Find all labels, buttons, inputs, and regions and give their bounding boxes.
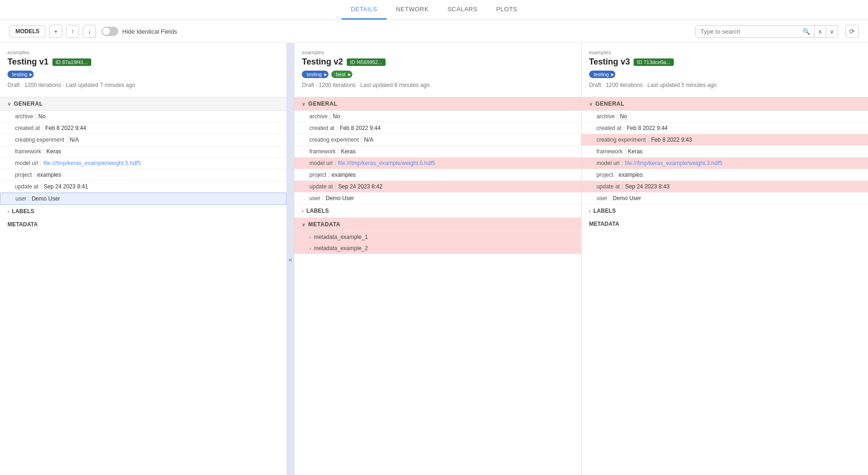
field-val-v2-2: N/A	[364, 137, 373, 143]
field-row-v2-1: created at : Feb 8 2022 9:44	[294, 122, 581, 134]
hide-identical-toggle-wrap: Hide Identical Fields	[102, 27, 177, 36]
labels-header-v3[interactable]: › LABELS	[582, 204, 868, 217]
field-row-v1-0: archive : No	[0, 111, 286, 122]
model-column-v3: examplesTesting v3ID 713dce0a...testingD…	[582, 43, 868, 475]
labels-chevron-v1: ›	[7, 209, 9, 214]
field-sep-v2-2: :	[361, 137, 362, 143]
toolbar: MODELS + ↑ ↓ Hide Identical Fields 🔍 ∧ ∨…	[0, 20, 868, 43]
general-header-v2[interactable]: ∨ GENERAL	[294, 97, 581, 111]
search-next-button[interactable]: ∨	[826, 26, 838, 37]
main-content: examplesTesting v1ID 87a19f41...testingD…	[0, 43, 868, 475]
field-key-v2-4: model url	[309, 160, 332, 166]
metadata-item-v2-1[interactable]: › metadata_example_2	[294, 243, 581, 254]
field-val-v3-4[interactable]: file:///tmp/keras_example/weight.3.hdf5	[625, 160, 722, 166]
field-val-v3-7: Demo User	[613, 195, 641, 202]
field-key-v3-7: user	[597, 195, 607, 202]
field-key-v1-2: creating experiment	[15, 137, 64, 143]
col-project-v1: examples	[7, 50, 279, 55]
field-key-v3-4: model url	[597, 160, 620, 166]
metadata-item-v2-0[interactable]: › metadata_example_1	[294, 231, 581, 243]
search-wrap: 🔍 ∧ ∨	[695, 25, 838, 38]
search-input[interactable]	[696, 26, 799, 37]
field-val-v2-6: Sep 24 2023 8:42	[338, 183, 383, 190]
field-sep-v3-6: :	[622, 183, 623, 190]
models-button[interactable]: MODELS	[9, 25, 45, 37]
general-label-v3: GENERAL	[595, 101, 624, 107]
hide-identical-toggle[interactable]	[102, 27, 118, 36]
general-label-v2: GENERAL	[308, 101, 337, 107]
metadata-chevron-v2: ∨	[302, 222, 306, 227]
tag-testing-v2[interactable]: testing	[302, 71, 328, 78]
id-badge-v3: ID 713dce0a...	[634, 58, 674, 66]
field-sep-v2-5: :	[328, 172, 329, 178]
labels-section-v2: › LABELS	[294, 204, 581, 217]
tab-plots[interactable]: PLOTS	[487, 0, 526, 20]
field-sep-v1-3: :	[43, 148, 44, 155]
field-val-v3-5: examples	[619, 172, 642, 178]
field-val-v1-0: No	[38, 113, 45, 120]
search-prev-button[interactable]: ∧	[814, 26, 826, 37]
field-val-v1-6: Sep 24 2023 8:41	[44, 183, 88, 190]
field-sep-v3-3: :	[625, 148, 626, 155]
metadata-label-v1[interactable]: METADATA	[0, 218, 286, 231]
top-tabs: DETAILS NETWORK SCALARS PLOTS	[0, 0, 868, 20]
field-sep-v1-4: :	[40, 160, 41, 166]
field-row-v3-4: model url : file:///tmp/keras_example/we…	[582, 158, 868, 169]
tag-testing-v1[interactable]: testing	[7, 71, 34, 78]
field-row-v2-7: user : Demo User	[294, 193, 581, 204]
field-val-v1-4[interactable]: file:///tmp/keras_example/weight.5.hdf5	[44, 160, 141, 166]
field-key-v2-3: framework	[309, 148, 336, 155]
labels-header-v1[interactable]: › LABELS	[0, 205, 286, 218]
field-key-v2-0: archive	[309, 113, 328, 120]
field-val-v1-3: Keras	[46, 148, 61, 155]
field-key-v1-6: update at	[15, 183, 38, 190]
general-label-v1: GENERAL	[14, 101, 43, 107]
general-chevron-v2: ∨	[302, 101, 306, 107]
metadata-item-chevron-v2-0: ›	[309, 235, 311, 240]
field-val-v1-7: Demo User	[32, 195, 60, 202]
field-val-v2-1: Feb 8 2022 9:44	[340, 125, 380, 131]
field-row-v2-4: model url : file:///tmp/keras_example/we…	[294, 158, 581, 169]
column-header-v3: examplesTesting v3ID 713dce0a...testingD…	[582, 43, 868, 97]
field-sep-v2-4: :	[335, 160, 336, 166]
general-header-v3[interactable]: ∨ GENERAL	[582, 97, 868, 111]
field-key-v3-3: framework	[597, 148, 623, 155]
metadata-section-v3: METADATA	[582, 217, 868, 230]
down-button[interactable]: ↓	[83, 25, 96, 38]
field-row-v3-3: framework : Keras	[582, 146, 868, 158]
refresh-button[interactable]: ⟳	[846, 25, 859, 38]
metadata-header-v2[interactable]: ∨ METADATA	[294, 217, 581, 231]
field-key-v2-5: project	[309, 172, 326, 178]
field-row-v2-2: creating experiment : N/A	[294, 134, 581, 146]
tag-testing-v3[interactable]: testing	[589, 71, 615, 78]
field-row-v2-3: framework : Keras	[294, 146, 581, 158]
add-button[interactable]: +	[49, 25, 62, 38]
tab-details[interactable]: DETAILS	[342, 0, 387, 20]
tab-scalars[interactable]: SCALARS	[438, 0, 487, 20]
field-val-v1-1: Feb 8 2022 9:44	[45, 125, 86, 131]
field-row-v1-3: framework : Keras	[0, 146, 286, 158]
field-sep-v3-0: :	[616, 113, 618, 120]
model-column-v2: examplesTesting v2ID f4569952...testingb…	[294, 43, 581, 475]
labels-label-v2: LABELS	[306, 208, 329, 214]
collapse-panel-v1[interactable]: «	[286, 43, 294, 475]
tags-v1: testing	[7, 71, 279, 78]
field-sep-v2-7: :	[322, 195, 324, 202]
labels-header-v2[interactable]: › LABELS	[294, 204, 581, 217]
up-button[interactable]: ↑	[66, 25, 79, 38]
search-icon-button[interactable]: 🔍	[799, 26, 814, 37]
tag-best-v2[interactable]: best	[331, 71, 352, 78]
field-val-v2-4[interactable]: file:///tmp/keras_example/weight.6.hdf5	[338, 160, 435, 166]
field-row-v3-0: archive : No	[582, 111, 868, 122]
field-sep-v3-2: :	[648, 137, 649, 143]
col-project-v3: examples	[589, 50, 861, 55]
tab-network[interactable]: NETWORK	[387, 0, 438, 20]
search-nav: ∧ ∨	[814, 26, 838, 37]
field-key-v3-2: creating experiment	[597, 137, 646, 143]
id-badge-v2: ID f4569952...	[347, 58, 386, 66]
tags-v3: testing	[589, 71, 861, 78]
column-header-v1: examplesTesting v1ID 87a19f41...testingD…	[0, 43, 286, 97]
col-title-v3: Testing v3ID 713dce0a...	[589, 57, 861, 67]
metadata-label-v3[interactable]: METADATA	[582, 217, 868, 230]
general-header-v1[interactable]: ∨ GENERAL	[0, 97, 286, 111]
